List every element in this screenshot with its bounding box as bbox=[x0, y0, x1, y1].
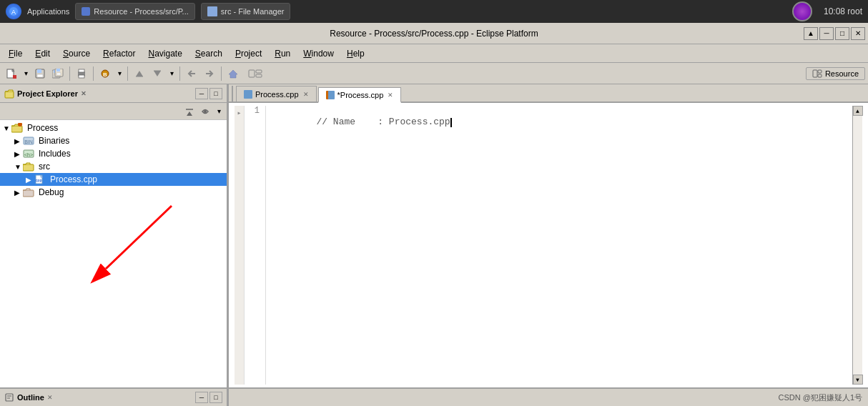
next-annotation-btn[interactable] bbox=[149, 66, 166, 81]
panel-toolbar: ▾ bbox=[0, 103, 227, 120]
svg-rect-28 bbox=[256, 74, 262, 77]
svg-rect-46 bbox=[23, 190, 34, 197]
menu-window[interactable]: Window bbox=[297, 47, 340, 60]
menu-project[interactable]: Project bbox=[230, 47, 267, 60]
tree-item-process-cpp[interactable]: ▶ cpp Process.cpp bbox=[0, 173, 227, 186]
tree-label-binaries: Binaries bbox=[39, 136, 69, 146]
outline-icon bbox=[4, 392, 14, 402]
tree-label-process: Process bbox=[27, 123, 58, 133]
svg-marker-25 bbox=[229, 70, 237, 78]
clock-display: 10:08 root bbox=[824, 6, 862, 16]
window-maximize-btn[interactable]: □ bbox=[835, 27, 849, 40]
tree-item-process[interactable]: ▼ Process bbox=[0, 122, 227, 134]
main-layout: Project Explorer ✕ ─ □ ▾ ▼ bbox=[0, 84, 868, 387]
link-with-editor-btn[interactable] bbox=[198, 105, 212, 118]
svg-rect-42 bbox=[23, 164, 34, 171]
editor-content[interactable]: // Name : Process.cpp bbox=[272, 106, 852, 385]
menu-source[interactable]: Source bbox=[57, 47, 96, 60]
toolbar: ▾ B ▾ ▾ Resource bbox=[0, 63, 868, 84]
svg-rect-27 bbox=[256, 70, 262, 73]
new-dropdown-btn[interactable]: ▾ bbox=[21, 66, 31, 81]
home-btn[interactable] bbox=[225, 66, 242, 81]
titlebar: Resource - Process/src/Process.cpp - Ecl… bbox=[0, 23, 868, 44]
panel-maximize-btn[interactable]: □ bbox=[209, 88, 222, 99]
resource-label: Resource bbox=[825, 69, 859, 78]
tab-process-cpp-1[interactable]: Process.cpp ✕ bbox=[236, 86, 317, 102]
tree-arrow-process-cpp: ▶ bbox=[26, 176, 34, 184]
tab2-file-icon bbox=[326, 91, 335, 99]
tab-process-cpp-2-active[interactable]: *Process.cpp ✕ bbox=[318, 87, 402, 103]
svg-rect-12 bbox=[56, 69, 60, 71]
outline-panel-title: Outline bbox=[17, 393, 44, 402]
annotation-dropdown-btn[interactable]: ▾ bbox=[167, 66, 177, 81]
menu-navigate[interactable]: Navigate bbox=[142, 47, 187, 60]
line-number-1: 1 bbox=[245, 106, 260, 116]
status-csdn: CSDN @犯困嫌疑人1号 bbox=[778, 392, 862, 403]
svg-marker-21 bbox=[154, 71, 161, 76]
svg-rect-31 bbox=[818, 74, 822, 77]
tab2-close-btn[interactable]: ✕ bbox=[388, 91, 393, 99]
status-area: CSDN @犯困嫌疑人1号 bbox=[229, 389, 868, 406]
save-all-btn[interactable] bbox=[49, 66, 66, 81]
tree-label-debug: Debug bbox=[39, 187, 64, 197]
print-btn[interactable] bbox=[73, 66, 90, 81]
menu-edit[interactable]: Edit bbox=[29, 47, 56, 60]
save-btn[interactable] bbox=[31, 66, 49, 81]
right-panel: Process.cpp ✕ *Process.cpp ✕ ▸ 1 // Name… bbox=[229, 84, 868, 387]
project-explorer-close-icon[interactable]: ✕ bbox=[81, 90, 87, 97]
resource-perspective-btn[interactable]: Resource bbox=[806, 67, 865, 80]
collapse-all-btn[interactable] bbox=[182, 105, 197, 118]
forward-btn[interactable] bbox=[201, 66, 218, 81]
tree-item-src[interactable]: ▼ src bbox=[0, 160, 227, 173]
binaries-icon: BIN bbox=[23, 136, 34, 146]
project-explorer-icon bbox=[4, 89, 14, 99]
scroll-track[interactable] bbox=[853, 116, 862, 375]
menu-help[interactable]: Help bbox=[341, 47, 370, 60]
window-title: Resource - Process/src/Process.cpp - Ecl… bbox=[330, 29, 538, 39]
svg-rect-49 bbox=[6, 394, 13, 401]
outline-tools: ─ □ bbox=[195, 392, 222, 403]
menu-search[interactable]: Search bbox=[189, 47, 228, 60]
svg-marker-19 bbox=[136, 71, 143, 76]
tree-arrow-src: ▼ bbox=[14, 163, 23, 171]
menu-refactor[interactable]: Refactor bbox=[97, 47, 141, 60]
window-close-btn[interactable]: ✕ bbox=[851, 27, 865, 40]
editor-area[interactable]: ▸ 1 // Name : Process.cpp ▲ ▼ bbox=[229, 103, 868, 387]
editor-left-margin: ▸ bbox=[235, 106, 245, 385]
scroll-up-btn[interactable]: ▲ bbox=[853, 106, 863, 116]
back-btn[interactable] bbox=[183, 66, 200, 81]
outline-minimize-btn[interactable]: ─ bbox=[195, 392, 208, 403]
project-tree: ▼ Process ▶ BIN Binaries ▶ <h> In bbox=[0, 120, 227, 387]
eclipse-window-btn[interactable]: Resource - Process/src/P... bbox=[75, 3, 194, 20]
project-icon bbox=[11, 123, 23, 133]
tree-item-includes[interactable]: ▶ <h> Includes bbox=[0, 147, 227, 160]
tree-item-debug[interactable]: ▶ Debug bbox=[0, 186, 227, 199]
prev-annotation-btn[interactable] bbox=[131, 66, 148, 81]
applications-icon[interactable]: A bbox=[6, 4, 21, 19]
outline-close-icon[interactable]: ✕ bbox=[47, 394, 53, 401]
perspective-btn[interactable] bbox=[242, 66, 268, 81]
window-minimize-btn[interactable]: ─ bbox=[819, 27, 834, 40]
project-explorer-title: Project Explorer ✕ bbox=[4, 89, 87, 99]
scroll-down-btn[interactable]: ▼ bbox=[853, 375, 863, 385]
toolbar-sep5 bbox=[221, 66, 222, 81]
debug-btn[interactable]: B bbox=[97, 66, 114, 81]
taskbar: A Applications Resource - Process/src/P.… bbox=[0, 0, 868, 23]
debug-dropdown-btn[interactable]: ▾ bbox=[114, 66, 124, 81]
project-explorer-header: Project Explorer ✕ ─ □ bbox=[0, 84, 227, 103]
editor-scrollbar: ▲ ▼ bbox=[852, 106, 862, 385]
menu-file[interactable]: File bbox=[3, 47, 28, 60]
bottom-bar: Outline ✕ ─ □ CSDN @犯困嫌疑人1号 bbox=[0, 387, 868, 406]
outline-maximize-btn[interactable]: □ bbox=[209, 392, 222, 403]
filemanager-window-btn[interactable]: src - File Manager bbox=[201, 3, 291, 20]
tree-item-binaries[interactable]: ▶ BIN Binaries bbox=[0, 134, 227, 147]
new-file-btn[interactable] bbox=[3, 66, 20, 81]
svg-rect-29 bbox=[813, 70, 817, 77]
panel-menu-btn[interactable]: ▾ bbox=[214, 105, 224, 118]
tab1-close-btn[interactable]: ✕ bbox=[303, 91, 309, 98]
window-up-btn[interactable]: ▲ bbox=[804, 27, 818, 40]
menu-run[interactable]: Run bbox=[269, 47, 296, 60]
panel-minimize-btn[interactable]: ─ bbox=[195, 88, 208, 99]
tree-arrow-binaries: ▶ bbox=[14, 137, 23, 145]
window-controls: ▲ ─ □ ✕ bbox=[804, 27, 865, 40]
